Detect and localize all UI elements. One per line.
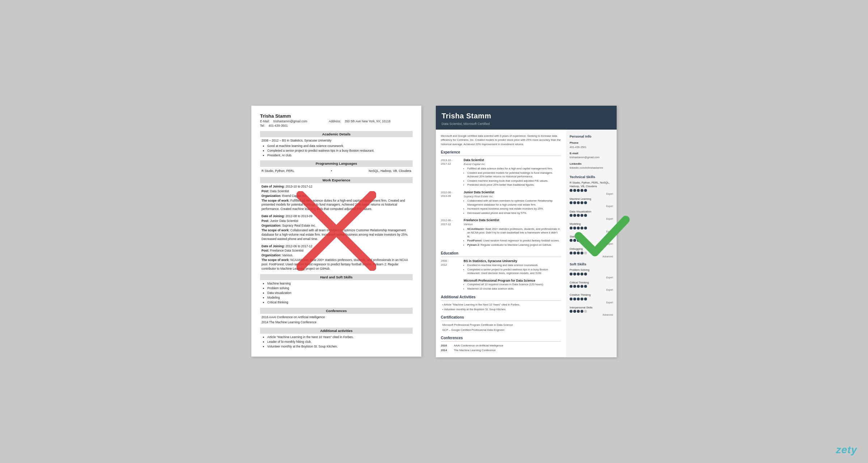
phone-value: 401-439-3501 bbox=[570, 146, 613, 150]
experience-section-title: Experience bbox=[441, 150, 561, 156]
skill-dot bbox=[580, 214, 583, 217]
skill-dot bbox=[570, 273, 573, 275]
skill-dot bbox=[584, 214, 587, 217]
skill-item: DebuggingAdvanced bbox=[570, 247, 613, 258]
act-1: Article "Machine Learning in the Next 10… bbox=[441, 303, 561, 307]
right-sidebar: Personal Info Phone 401-439-3501 E-mail … bbox=[566, 130, 617, 357]
edu2-bullets: Completed all 10 required courses in Dat… bbox=[464, 283, 561, 291]
skill-dot bbox=[580, 201, 583, 204]
work3-date: Date of Joining: 2012-06 to 2017-12 bbox=[261, 244, 411, 249]
conferences-content: 2016 AAAI Conference on Artificial Intel… bbox=[260, 315, 413, 325]
work1-org: Organization: Exend Capital Inc. bbox=[261, 194, 411, 198]
skills-content: Machine learning Problem solving Data vi… bbox=[260, 282, 413, 304]
skill-name: Modeling bbox=[570, 222, 613, 226]
right-main: Microsoft and Google certified data scie… bbox=[436, 130, 566, 357]
tech-skills-title: Technical Skills bbox=[570, 174, 613, 179]
skill-dot bbox=[573, 214, 576, 217]
skill-name: R Studio, Python, PERL, NoSQL, Hadoop, V… bbox=[570, 181, 613, 189]
email-label-sidebar: E-mail bbox=[570, 151, 613, 155]
skill-5: Critical thinking bbox=[267, 300, 411, 305]
skill-dot bbox=[584, 252, 587, 254]
email-label: E-Mail: bbox=[260, 119, 269, 123]
skill-dot bbox=[570, 227, 573, 230]
page-container: Trisha Stamm E-Mail: trishastamm@gmail.c… bbox=[14, 106, 854, 358]
tel-value: 401-439-3501 bbox=[269, 124, 288, 127]
skill-dot bbox=[570, 214, 573, 217]
additional-content: Article "Machine Learning in the Next 10… bbox=[260, 335, 413, 349]
work1-date: Date of Joining: 2013-10 to 2017-12 bbox=[261, 185, 411, 189]
exp2-b2: Increased repeat business among real est… bbox=[467, 207, 561, 211]
exp1-company: Exend Capital Inc. bbox=[464, 163, 561, 167]
soft-skills-container: Problem SolvingExpertCritical ThinkingEx… bbox=[570, 268, 613, 316]
soft-skills-title: Soft Skills bbox=[570, 262, 613, 266]
skills-header: Hard and Soft Skills bbox=[260, 274, 413, 280]
skill-dot bbox=[580, 298, 583, 300]
work2-scope-label: The scope of work: bbox=[261, 228, 289, 232]
skill-dots bbox=[570, 273, 613, 275]
skill-dot bbox=[570, 189, 573, 192]
edu2-date bbox=[441, 279, 461, 291]
skill-dots bbox=[570, 285, 613, 288]
academic-bullet-3: President, AI club. bbox=[267, 153, 411, 158]
conf-right-1-year: 2016 bbox=[441, 344, 451, 348]
skill-dot bbox=[580, 252, 583, 254]
exp3-b2-highlight: FootForest: bbox=[467, 239, 482, 242]
skill-level: Advanced bbox=[570, 313, 613, 316]
conf-right-2-year: 2014 bbox=[441, 349, 451, 353]
exp3-b1: NCAAMaster: Beat 200+ statistics profess… bbox=[467, 227, 561, 239]
work-header: Work Experience bbox=[260, 177, 413, 183]
left-tel: Tel: 401-439-3501 bbox=[260, 124, 413, 128]
right-resume-wrapper: Trisha Stamm Data Scientist, Microsoft C… bbox=[436, 106, 617, 358]
skill-dot bbox=[584, 298, 587, 300]
skill-name: Interpersonal Skills bbox=[570, 306, 613, 310]
skill-2: Problem solving bbox=[267, 286, 411, 291]
work1-scope: The scope of work: Fulfilled all data sc… bbox=[261, 199, 411, 212]
conferences-section-title: Conferences bbox=[441, 336, 561, 342]
tel-label: Tel: bbox=[260, 124, 265, 127]
exp1-title: Data Scientist bbox=[464, 158, 561, 163]
edu-item-1: 2008 -2012 BS in Statistics, Syracuse Un… bbox=[441, 259, 561, 275]
right-title: Data Scientist, Microsoft Certified bbox=[442, 122, 611, 126]
add-2: Leader of bi-monthly hiking club. bbox=[267, 340, 411, 344]
exp1-date: 2013-10 -2017-12 bbox=[441, 158, 461, 188]
academic-header: Academic Details bbox=[260, 131, 413, 137]
skill-4: Modeling bbox=[267, 296, 411, 300]
skill-dot bbox=[573, 201, 576, 204]
skill-level: Expert bbox=[570, 276, 613, 279]
skill-dots bbox=[570, 227, 613, 230]
skill-name: Critical Thinking bbox=[570, 281, 613, 285]
skill-dot bbox=[577, 298, 580, 300]
exp1-b1: Fulfilled all data science duties for a … bbox=[467, 167, 561, 171]
skill-dot bbox=[584, 189, 587, 192]
skill-dot bbox=[577, 189, 580, 192]
skill-dot bbox=[573, 273, 576, 275]
skill-dot bbox=[577, 285, 580, 288]
programming-content: R Studio, Python, PERL • NoSQL, Hadoop, … bbox=[260, 168, 413, 174]
exp2-b1: Collaborated with all team members to op… bbox=[467, 199, 561, 207]
skill-dot bbox=[584, 310, 587, 313]
edu2-b1: Completed all 10 required courses in Dat… bbox=[467, 283, 561, 287]
skill-dot bbox=[580, 239, 583, 242]
edu2-content: Microsoft Professional Program for Data … bbox=[464, 279, 561, 291]
skill-dot bbox=[570, 201, 573, 204]
work1-post: Post: Data Scientist bbox=[261, 189, 411, 194]
exp3-content: Freelance Data Scientist Various NCAAMas… bbox=[464, 218, 561, 247]
skill-dot bbox=[577, 252, 580, 254]
work3-org: Organization: Various. bbox=[261, 253, 411, 258]
left-name: Trisha Stamm bbox=[260, 113, 413, 119]
skill-dot bbox=[580, 227, 583, 230]
right-summary: Microsoft and Google certified data scie… bbox=[441, 134, 561, 146]
skill-item: Machine LearningExpert bbox=[570, 197, 613, 208]
work-item-2: Date of Joining: 2012-08 to 2013-09 Post… bbox=[261, 214, 411, 241]
skill-dot bbox=[584, 227, 587, 230]
work2-org-label: Organization: bbox=[261, 224, 281, 227]
exp2-date: 2012-08 -2013-09 bbox=[441, 190, 461, 215]
exp2-company: Supracy Real Estate Inc. bbox=[464, 195, 561, 199]
exp-item-2: 2012-08 -2013-09 Junior Data Scientist S… bbox=[441, 190, 561, 215]
right-resume: Trisha Stamm Data Scientist, Microsoft C… bbox=[436, 106, 617, 358]
skill-dot bbox=[577, 214, 580, 217]
tech-skills-container: R Studio, Python, PERL, NoSQL, Hadoop, V… bbox=[570, 181, 613, 258]
degree-line: 2008 – 2012 – BS in Statistics, Syracuse… bbox=[261, 139, 411, 143]
skill-dot bbox=[570, 285, 573, 288]
cert-1: Microsoft Professional Program Certifica… bbox=[441, 323, 561, 327]
